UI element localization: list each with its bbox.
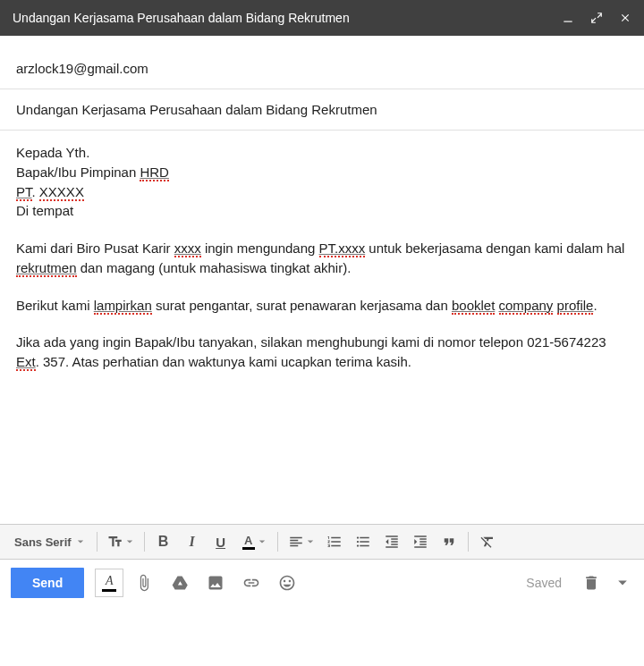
- text: Di tempat: [16, 203, 73, 218]
- trash-icon: [582, 574, 600, 592]
- text: .: [32, 184, 39, 199]
- align-button[interactable]: [284, 529, 319, 554]
- chevron-down-icon: [258, 538, 266, 545]
- italic-button[interactable]: I: [179, 529, 206, 554]
- clear-format-icon: [479, 534, 496, 550]
- font-family-label: Sans Serif: [14, 535, 72, 549]
- text: XXXXX: [39, 184, 84, 201]
- to-value: arzlock19@gmail.com: [16, 61, 148, 76]
- underline-button[interactable]: U: [208, 529, 234, 554]
- text: .: [593, 298, 597, 313]
- text: dan magang (untuk mahasiswa tingkat akhi…: [77, 260, 352, 275]
- minimize-icon[interactable]: [562, 12, 574, 24]
- image-icon: [207, 574, 225, 592]
- indent-increase-icon: [412, 534, 428, 550]
- insert-link-button[interactable]: [236, 568, 267, 598]
- text: company: [499, 298, 554, 315]
- bulleted-list-icon: [355, 534, 371, 550]
- greeting-block: Kepada Yth. Bapak/Ibu Pimpinan HRD PT. X…: [16, 143, 628, 221]
- text: booklet: [452, 298, 495, 315]
- text: ingin mengundang: [201, 240, 319, 256]
- insert-emoji-button[interactable]: [272, 568, 302, 598]
- separator: [144, 532, 145, 552]
- send-button[interactable]: Send: [11, 568, 84, 598]
- to-field[interactable]: arzlock19@gmail.com: [0, 36, 644, 89]
- compose-titlebar: Undangan Kerjasama Perusahaan dalam Bida…: [0, 0, 644, 36]
- text-color-button[interactable]: A: [236, 529, 272, 554]
- text: PT.xxxx: [319, 240, 366, 257]
- separator: [468, 532, 469, 552]
- paragraph-3: Jika ada yang ingin Bapak/Ibu tanyakan, …: [16, 333, 628, 372]
- text: profile: [557, 298, 594, 315]
- align-left-icon: [288, 534, 304, 550]
- text: Berikut kami: [16, 298, 94, 313]
- numbered-list-button[interactable]: [321, 529, 348, 554]
- titlebar-controls: [562, 12, 631, 24]
- message-body[interactable]: Kepada Yth. Bapak/Ibu Pimpinan HRD PT. X…: [0, 131, 644, 524]
- separator: [97, 532, 97, 552]
- text: Kami dari Biro Pusat Karir: [16, 240, 174, 256]
- indent-less-button[interactable]: [378, 529, 405, 554]
- indent-decrease-icon: [384, 534, 400, 550]
- text: Kepada Yth.: [16, 145, 89, 160]
- more-options-button[interactable]: [612, 568, 633, 598]
- emoji-icon: [278, 574, 296, 592]
- link-icon: [242, 574, 260, 592]
- text: untuk bekerjasama dengan kami dalam hal: [365, 240, 624, 256]
- text: Ext: [16, 354, 36, 371]
- indent-more-button[interactable]: [407, 529, 434, 554]
- format-toolbar: Sans Serif B I U A: [0, 524, 644, 560]
- font-size-button[interactable]: [103, 529, 139, 554]
- insert-photo-button[interactable]: [200, 568, 231, 598]
- numbered-list-icon: [326, 534, 343, 550]
- text: [553, 298, 556, 313]
- discard-draft-button[interactable]: [576, 568, 606, 598]
- chevron-down-icon: [77, 538, 84, 545]
- svg-rect-0: [564, 21, 572, 22]
- drive-icon: [171, 574, 189, 592]
- toggle-formatting-button[interactable]: A: [95, 569, 123, 597]
- bottom-toolbar: Send A Saved: [0, 560, 644, 606]
- separator: [277, 532, 278, 552]
- compose-title: Undangan Kerjasama Perusahaan dalam Bida…: [13, 11, 562, 25]
- text: Bapak/Ibu Pimpinan: [16, 164, 140, 180]
- text: . 357. Atas perhatian dan waktunya kami …: [36, 354, 411, 369]
- insert-drive-button[interactable]: [165, 568, 195, 598]
- text: HRD: [140, 164, 169, 181]
- close-icon[interactable]: [619, 12, 631, 24]
- color-bar: [102, 589, 116, 592]
- bulleted-list-button[interactable]: [350, 529, 377, 554]
- text: xxxx: [174, 240, 201, 257]
- paragraph-1: Kami dari Biro Pusat Karir xxxx ingin me…: [16, 239, 628, 278]
- paperclip-icon: [135, 574, 153, 592]
- subject-field[interactable]: Undangan Kerjasama Perusahaan dalam Bida…: [0, 89, 644, 131]
- text-a-icon: A: [106, 575, 114, 587]
- paragraph-2: Berikut kami lampirkan surat pengantar, …: [16, 296, 628, 316]
- text: rekrutmen: [16, 260, 77, 277]
- quote-button[interactable]: [436, 529, 462, 554]
- quote-icon: [441, 534, 457, 550]
- text: [495, 298, 498, 313]
- text-size-icon: [107, 534, 123, 550]
- text: Jika ada yang ingin Bapak/Ibu tanyakan, …: [16, 334, 606, 350]
- attach-file-button[interactable]: [129, 568, 159, 598]
- text: PT: [16, 184, 32, 201]
- chevron-down-icon: [617, 577, 628, 588]
- chevron-down-icon: [126, 538, 133, 545]
- chevron-down-icon: [307, 538, 314, 545]
- saved-label: Saved: [526, 576, 562, 590]
- text: lampirkan: [94, 298, 152, 315]
- font-family-selector[interactable]: Sans Serif: [7, 529, 91, 554]
- text: surat pengantar, surat penawaran kerjasa…: [152, 298, 452, 313]
- subject-value: Undangan Kerjasama Perusahaan dalam Bida…: [16, 102, 377, 117]
- bold-button[interactable]: B: [150, 529, 177, 554]
- remove-formatting-button[interactable]: [474, 529, 501, 554]
- expand-icon[interactable]: [590, 12, 603, 24]
